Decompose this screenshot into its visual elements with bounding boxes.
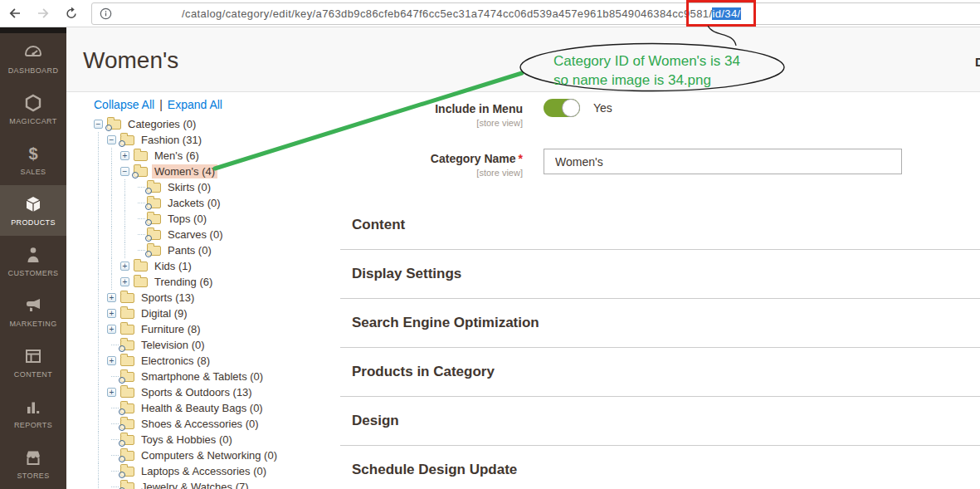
- collapse-node-icon[interactable]: −: [120, 167, 129, 176]
- tree-node-label[interactable]: Scarves (0): [165, 227, 225, 242]
- sidebar-item-customers[interactable]: CUSTOMERS: [0, 236, 66, 286]
- tree-node: Smartphone & Tablets (0): [94, 369, 340, 384]
- section-products-in-category[interactable]: Products in Category: [340, 348, 980, 397]
- expand-node-icon[interactable]: +: [120, 277, 129, 286]
- tree-node-label[interactable]: Tops (0): [165, 212, 209, 226]
- tree-node-label[interactable]: Skirts (0): [165, 180, 213, 194]
- section-title: Content: [352, 217, 405, 233]
- tree-node: +Electronics (8): [94, 353, 340, 369]
- tree-elbow-line: [107, 432, 120, 447]
- tree-node-label[interactable]: Television (0): [139, 338, 207, 352]
- collapse-node-icon[interactable]: −: [94, 120, 103, 129]
- expand-node-icon[interactable]: +: [120, 151, 129, 160]
- tree-elbow-line: [107, 416, 120, 432]
- folder-search-icon: [134, 167, 148, 177]
- expand-node-icon[interactable]: +: [107, 388, 116, 397]
- sidebar-item-stores[interactable]: STORES: [0, 438, 66, 489]
- include-in-menu-toggle[interactable]: [544, 99, 580, 117]
- tree-guide-line: [94, 132, 107, 148]
- sidebar-item-reports[interactable]: REPORTS: [0, 388, 66, 438]
- page-body: Collapse All | Expand All −Categories (0…: [66, 92, 980, 488]
- sidebar-item-products[interactable]: PRODUCTS: [0, 185, 66, 236]
- sidebar-item-label: MARKETING: [9, 320, 56, 328]
- collapse-node-icon[interactable]: −: [107, 135, 116, 144]
- expand-node-icon[interactable]: +: [107, 293, 116, 302]
- category-name-label: Category Name*: [340, 152, 523, 165]
- sidebar-item-label: SALES: [20, 168, 46, 176]
- tree-node-label[interactable]: Categories (0): [125, 117, 198, 131]
- marketing-icon: [23, 296, 43, 315]
- tree-guide-line: [94, 227, 107, 242]
- tree-node-label[interactable]: Jackets (0): [165, 196, 223, 210]
- tree-node-label[interactable]: Computers & Networking (0): [139, 448, 280, 462]
- section-title: Search Engine Optimization: [352, 315, 539, 331]
- tree-node-label[interactable]: Fashion (31): [139, 133, 204, 147]
- sidebar-item-sales[interactable]: $SALES: [0, 134, 66, 185]
- tree-node-label[interactable]: Smartphone & Tablets (0): [139, 369, 266, 384]
- sales-icon: $: [23, 144, 43, 164]
- tree-guide-line: [94, 463, 107, 479]
- tree-node-label[interactable]: Jewelry & Watches (7): [139, 480, 251, 489]
- tree-node-label[interactable]: Men's (6): [152, 149, 202, 163]
- folder-search-icon: [120, 419, 134, 429]
- section-content[interactable]: Content: [340, 201, 980, 250]
- collapse-all-link[interactable]: Collapse All: [94, 98, 154, 111]
- page-header: Women's D: [66, 27, 980, 92]
- tree-node-label[interactable]: Toys & Hobbies (0): [139, 433, 235, 447]
- url-selected-fragment: id/34/: [712, 7, 740, 20]
- dashboard-icon: [23, 42, 43, 62]
- expand-node-icon[interactable]: +: [107, 325, 116, 334]
- tree-node-label[interactable]: Kids (1): [152, 259, 194, 273]
- folder-icon: [120, 293, 134, 303]
- expand-node-icon[interactable]: +: [107, 309, 116, 318]
- sidebar-item-content[interactable]: CONTENT: [0, 337, 66, 388]
- expand-node-icon[interactable]: +: [107, 356, 116, 365]
- content-icon: [23, 346, 43, 366]
- tree-guide-line: [94, 290, 107, 306]
- stores-icon: [23, 447, 43, 467]
- tree-guide-line: [107, 211, 120, 227]
- section-design[interactable]: Design: [340, 397, 980, 446]
- tree-node-label[interactable]: Furniture (8): [139, 322, 203, 336]
- section-search-engine-optimization[interactable]: Search Engine Optimization: [340, 299, 980, 348]
- tree-guide-line: [94, 432, 107, 447]
- folder-search-icon: [147, 198, 161, 208]
- tree-guide-line: [107, 258, 120, 274]
- tree-node-label[interactable]: Laptops & Accessories (0): [139, 464, 269, 478]
- sidebar-item-marketing[interactable]: MARKETING: [0, 286, 66, 337]
- tree-node-label[interactable]: Electronics (8): [139, 354, 212, 368]
- tree-guide-line: [94, 306, 107, 321]
- tree-guide-line: [107, 274, 120, 290]
- sidebar-item-magiccart[interactable]: MAGICCART: [0, 84, 66, 134]
- tree-guide-line: [120, 227, 134, 242]
- tree-elbow-line: [134, 195, 147, 211]
- folder-icon: [120, 356, 134, 366]
- tree-node-label[interactable]: Shoes & Accessories (0): [139, 417, 261, 431]
- expand-all-link[interactable]: Expand All: [168, 98, 222, 111]
- tree-node-label[interactable]: Health & Beauty Bags (0): [139, 401, 266, 415]
- tree-guide-line: [120, 242, 134, 258]
- tree-guide-line: [107, 242, 120, 258]
- folder-search-icon: [120, 135, 134, 145]
- tree-node-label[interactable]: Pants (0): [165, 243, 214, 257]
- category-name-input[interactable]: [544, 149, 902, 174]
- tree-node-label[interactable]: Sports (13): [139, 291, 197, 305]
- reload-icon[interactable]: [63, 5, 80, 22]
- sidebar-item-dashboard[interactable]: DASHBOARD: [0, 33, 66, 84]
- tree-node: Scarves (0): [94, 227, 340, 242]
- tree-node-label[interactable]: Digital (9): [139, 306, 190, 320]
- tree-node-label[interactable]: Women's (4): [152, 164, 217, 178]
- folder-icon: [120, 325, 134, 335]
- tree-node-label[interactable]: Trending (6): [152, 275, 215, 289]
- section-display-settings[interactable]: Display Settings: [340, 250, 980, 299]
- back-arrow-icon[interactable]: [7, 5, 23, 22]
- expand-node-icon[interactable]: +: [120, 262, 129, 271]
- cutoff-element: D: [975, 55, 980, 69]
- section-schedule-design-update[interactable]: Schedule Design Update: [340, 446, 980, 489]
- tree-node-label[interactable]: Sports & Outdoors (13): [139, 385, 255, 399]
- address-bar[interactable]: /catalog/category/edit/key/a763db9c86cfe…: [91, 2, 980, 25]
- toggle-knob: [562, 99, 580, 117]
- folder-search-icon: [147, 214, 161, 224]
- page-info-icon[interactable]: [100, 7, 112, 20]
- sidebar-logo-strip: [0, 27, 66, 33]
